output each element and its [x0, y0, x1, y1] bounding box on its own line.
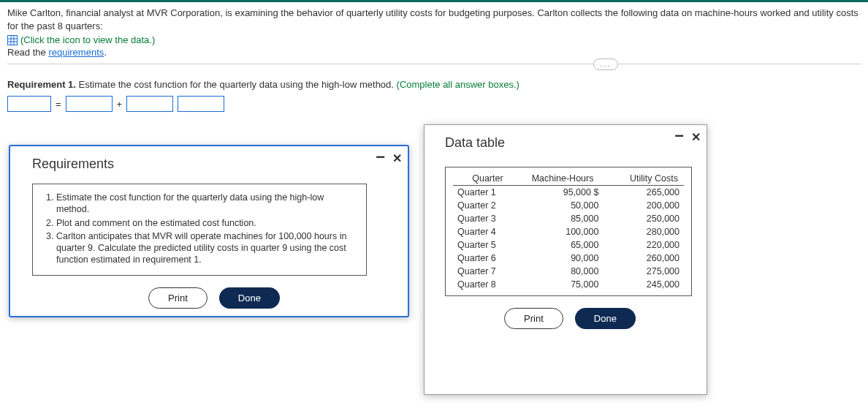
more-options-button[interactable]: ...	[593, 59, 618, 70]
cell-machine-hours: 95,000 $	[522, 186, 604, 200]
print-button[interactable]: Print	[148, 287, 208, 309]
requirement-item: Plot and comment on the estimated cost f…	[56, 217, 357, 229]
cell-quarter: Quarter 1	[453, 186, 522, 200]
table-row: Quarter 875,000245,000	[453, 278, 684, 291]
cell-quarter: Quarter 2	[453, 199, 522, 212]
requirement-item: Carlton anticipates that MVR will operat…	[56, 230, 357, 266]
table-row: Quarter 565,000220,000	[453, 238, 684, 252]
equation-input-3[interactable]	[126, 96, 173, 112]
col-utility-costs: Utility Costs	[603, 172, 684, 186]
cell-machine-hours: 85,000	[522, 212, 604, 225]
table-row: Quarter 4100,000280,000	[453, 225, 684, 238]
plus-sign: +	[117, 99, 123, 110]
cell-utility-costs: 260,000	[603, 252, 684, 265]
table-row: Quarter 250,000200,000	[453, 199, 684, 212]
data-table: Quarter Machine-Hours Utility Costs Quar…	[453, 172, 684, 291]
close-icon[interactable]: ✕	[392, 153, 402, 165]
cell-quarter: Quarter 3	[453, 212, 522, 225]
cell-quarter: Quarter 8	[453, 278, 522, 291]
cell-utility-costs: 265,000	[603, 186, 684, 200]
cell-utility-costs: 280,000	[603, 225, 684, 238]
requirement-item: Estimate the cost function for the quart…	[56, 192, 357, 216]
view-data-hint: (Click the icon to view the data.)	[20, 34, 155, 45]
cell-utility-costs: 250,000	[603, 212, 684, 225]
cell-machine-hours: 90,000	[522, 252, 604, 265]
data-table-modal: − ✕ Data table Quarter Machine-Hours Uti…	[424, 124, 707, 395]
done-button[interactable]: Done	[219, 287, 280, 309]
cell-machine-hours: 80,000	[522, 265, 604, 278]
data-table-box: Quarter Machine-Hours Utility Costs Quar…	[445, 167, 692, 296]
cell-quarter: Quarter 7	[453, 265, 522, 278]
equation-input-4[interactable]	[178, 96, 224, 112]
done-button[interactable]: Done	[575, 308, 636, 329]
cell-utility-costs: 275,000	[603, 265, 684, 278]
cell-quarter: Quarter 4	[453, 225, 522, 238]
requirements-list-box: Estimate the cost function for the quart…	[32, 184, 367, 276]
cell-utility-costs: 245,000	[603, 278, 684, 291]
requirements-modal: − ✕ Requirements Estimate the cost funct…	[9, 145, 409, 317]
svg-rect-0	[8, 35, 18, 45]
data-table-title: Data table	[445, 135, 695, 151]
table-row: Quarter 195,000 $265,000	[453, 186, 684, 200]
table-row: Quarter 780,000275,000	[453, 265, 684, 278]
col-quarter: Quarter	[453, 172, 522, 186]
equation-input-2[interactable]	[66, 96, 113, 112]
read-suffix: .	[104, 47, 107, 58]
col-machine-hours: Machine-Hours	[522, 172, 604, 186]
read-requirements-line: Read the requirements.	[7, 47, 861, 58]
cell-machine-hours: 75,000	[522, 278, 604, 291]
cell-machine-hours: 50,000	[522, 199, 604, 212]
equals-sign: =	[56, 99, 61, 110]
req1-hint: (Complete all answer boxes.)	[397, 79, 519, 90]
cell-machine-hours: 100,000	[522, 225, 604, 238]
req1-label: Requirement 1.	[7, 79, 76, 90]
print-button[interactable]: Print	[504, 308, 563, 329]
requirements-link[interactable]: requirements	[48, 47, 104, 58]
cell-quarter: Quarter 5	[453, 238, 522, 252]
minimize-icon[interactable]: −	[674, 128, 684, 144]
req1-text: Estimate the cost function for the quart…	[76, 79, 397, 90]
intro-text: Mike Carlton, financial analyst at MVR C…	[7, 7, 861, 33]
section-divider: ...	[7, 64, 861, 64]
read-prefix: Read the	[7, 47, 48, 58]
table-row: Quarter 690,000260,000	[453, 252, 684, 265]
cell-quarter: Quarter 6	[453, 252, 522, 265]
requirements-title: Requirements	[32, 157, 396, 172]
equation-input-1[interactable]	[7, 96, 51, 112]
minimize-icon[interactable]: −	[376, 149, 385, 165]
data-grid-icon[interactable]	[7, 35, 18, 45]
cell-machine-hours: 65,000	[522, 238, 604, 252]
close-icon[interactable]: ✕	[691, 132, 701, 143]
equation-row: = +	[7, 96, 861, 112]
table-row: Quarter 385,000250,000	[453, 212, 684, 225]
cell-utility-costs: 200,000	[603, 199, 684, 212]
cell-utility-costs: 220,000	[603, 238, 684, 252]
